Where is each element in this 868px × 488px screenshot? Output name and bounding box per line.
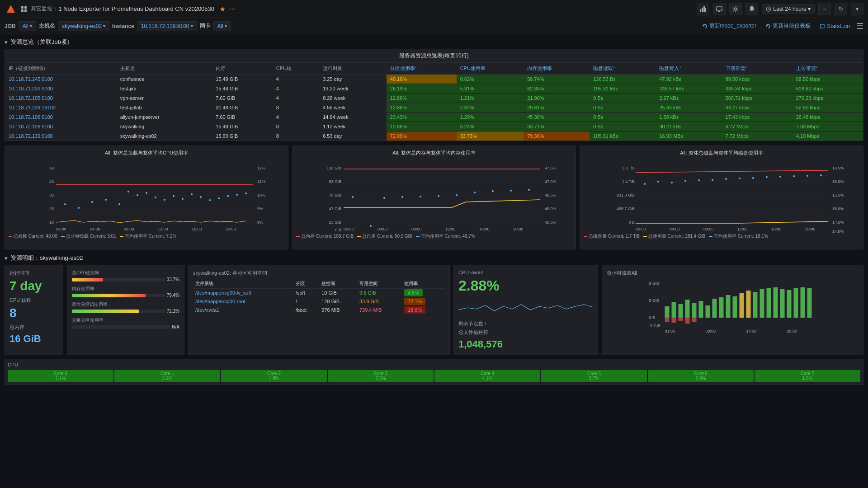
svg-text:08:00: 08:00 [124, 227, 134, 231]
memory-label: 总内存 [9, 324, 58, 331]
cpu-core-5: Core 53.7% [541, 370, 647, 382]
traffic-title: 每小时流量All [607, 270, 859, 277]
hamburger-menu[interactable]: ☰ [856, 21, 863, 31]
disk-fs[interactable]: /dev/mapper/vg00-lv_soft [193, 289, 293, 297]
cell-memory: 31.48 GiB [212, 103, 273, 113]
svg-point-49 [236, 194, 238, 196]
disk-usage-badge: 72.1% [402, 297, 445, 306]
max-disk-bar-row: 最大分区(/)使用率 72.1% [72, 301, 179, 314]
svg-text:0 B: 0 B [628, 220, 635, 225]
svg-marker-0 [7, 5, 15, 13]
stars-btn[interactable]: StarsL.cn [817, 22, 853, 31]
cell-dl-bw: 560.71 kbps [722, 94, 793, 103]
svg-text:14.5%: 14.5% [832, 220, 844, 225]
more-chevron[interactable]: ▾ [851, 3, 863, 15]
svg-point-121 [752, 177, 754, 179]
col-mem-usage[interactable]: 内存使用率 [524, 63, 590, 75]
svg-text:93 GiB: 93 GiB [329, 179, 341, 184]
cell-disk-read: 195.31 kBs [590, 84, 656, 94]
host-select[interactable]: skywalking-es02 ▾ [58, 21, 109, 31]
svg-rect-154 [760, 289, 764, 318]
svg-rect-146 [706, 305, 710, 318]
cell-mem-usage: 62.30% [524, 84, 590, 94]
cell-ip[interactable]: 10.118.72.106:9100 [5, 113, 117, 122]
section-chevron[interactable]: ▾ [5, 39, 8, 46]
cell-dl-bw: 6.77 Mbps [722, 122, 793, 131]
star-icon[interactable]: ★ [220, 5, 226, 13]
table-row: 10.118.72.139:9100 skywalking-es02 15.60… [5, 131, 863, 141]
svg-rect-150 [733, 296, 737, 318]
zoom-out-btn[interactable]: − [818, 3, 831, 15]
cell-ip[interactable]: 10.118.72.139:9100 [5, 131, 117, 141]
cell-disk-write: 248.57 kBs [656, 84, 722, 94]
cell-cpu-usage: 1.21% [457, 94, 524, 103]
cell-ip[interactable]: 10.118.71.245:9100 [5, 75, 117, 84]
svg-rect-153 [753, 292, 758, 318]
uptime-value: 7 day [9, 279, 58, 293]
col-cpu-usage[interactable]: CPU使用率 [457, 63, 524, 75]
cell-memory: 7.60 GiB [212, 113, 273, 122]
svg-text:46.5%: 46.5% [545, 193, 557, 197]
job-select[interactable]: All ▾ [19, 21, 36, 31]
svg-text:20: 20 [49, 206, 54, 211]
svg-text:12%: 12% [257, 166, 265, 170]
col-disk-write[interactable]: 磁盘写入* [656, 63, 722, 75]
cell-memory: 7.60 GiB [212, 94, 273, 103]
col-ul-bw[interactable]: 上传带宽* [793, 63, 863, 75]
table-row: 10.118.72.105:9100 vpn-server 7.60 GiB 4… [5, 94, 863, 103]
cell-disk-write: 2.27 kBs [656, 94, 722, 103]
svg-text:12:00: 12:00 [445, 227, 456, 231]
disk-col-total: 总空间 [319, 279, 357, 289]
cell-ip[interactable]: 10.118.71.239:19100 [5, 103, 117, 113]
refresh-btn[interactable]: ↻ [835, 3, 847, 15]
col-dl-bw[interactable]: 下载带宽* [722, 63, 793, 75]
svg-text:0 B: 0 B [335, 228, 341, 232]
svg-text:00:00: 00:00 [56, 227, 66, 231]
svg-point-81 [420, 196, 421, 197]
svg-text:16:00: 16:00 [771, 227, 782, 231]
netcard-select[interactable]: All ▾ [213, 21, 231, 31]
time-picker[interactable]: Last 24 hours ▾ [762, 4, 815, 14]
notification-icon-btn[interactable] [745, 3, 758, 15]
settings-icon-btn[interactable] [729, 3, 742, 15]
tv-icon-btn[interactable] [713, 3, 726, 15]
instance-select[interactable]: 10.118.72.139:9100 ▾ [137, 21, 197, 31]
update-dashboard-btn[interactable]: 更新当前仪表板 [763, 21, 813, 31]
svg-point-86 [510, 190, 512, 192]
cell-uptime: 4.58 week [319, 103, 387, 113]
svg-point-32 [64, 203, 66, 205]
svg-text:46.0%: 46.0% [545, 206, 557, 211]
svg-point-47 [218, 197, 220, 199]
svg-text:15.5%: 15.5% [832, 193, 844, 197]
cell-cpu: 4 [273, 113, 319, 122]
svg-text:14.0%: 14.0% [832, 229, 844, 234]
resource-table-panel: 服务器资源总览表(每页10行) IP（链接到明细） 主机名 内存 CPU核 运行… [5, 49, 863, 141]
col-ip: IP（链接到明细） [5, 63, 117, 75]
cell-cpu: 4 [273, 94, 319, 103]
cell-ip[interactable]: 10.118.72.105:9100 [5, 94, 117, 103]
uptime-row: 运行时间 7 day [9, 270, 58, 293]
chart-icon-btn[interactable] [697, 3, 709, 15]
cell-disk-read: 136.53 Bs [590, 75, 656, 84]
disk-fs[interactable]: /dev/mapper/vg00-root [193, 297, 293, 306]
svg-point-46 [209, 199, 211, 201]
disk-fs[interactable]: /dev/xvda1 [193, 306, 293, 314]
cell-disk-write: 16.93 MBs [656, 131, 722, 141]
disk-col-usage: 使用率 [402, 279, 445, 289]
cell-ip[interactable]: 10.118.72.128:9100 [5, 122, 117, 131]
col-disk-read[interactable]: 磁盘读取* [590, 63, 656, 75]
update-node-exporter-btn[interactable]: 更新mode_exporter [699, 21, 760, 31]
svg-text:16:00: 16:00 [479, 227, 490, 231]
cell-disk-write: 30.27 kBs [656, 122, 722, 131]
cell-cpu: 4 [273, 75, 319, 84]
share-icon[interactable]: ⋯ [229, 5, 236, 13]
svg-text:04:00: 04:00 [670, 227, 680, 231]
svg-rect-164 [679, 318, 683, 321]
cell-ip[interactable]: 10.118.71.232:9100 [5, 84, 117, 94]
svg-point-119 [725, 178, 727, 180]
col-disk-usage[interactable]: 分区使用率* [387, 63, 457, 75]
cell-disk-read: 0 Bs [590, 122, 656, 131]
memory-value: 16 GiB [9, 333, 58, 344]
cell-hostname: test-jira [117, 84, 212, 94]
detail-section-chevron[interactable]: ▾ [5, 255, 8, 262]
